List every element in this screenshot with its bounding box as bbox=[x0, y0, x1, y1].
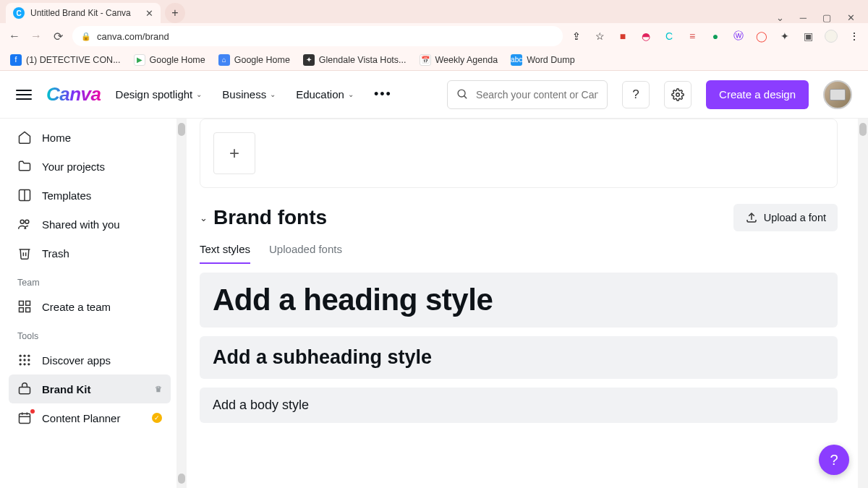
tab-uploaded-fonts[interactable]: Uploaded fonts bbox=[269, 243, 342, 264]
ext-icon-5[interactable]: ● bbox=[709, 30, 722, 43]
sidebar-item-discover-apps[interactable]: Discover apps bbox=[9, 346, 171, 374]
sidebar-item-content-planner[interactable]: Content Planner ✓ bbox=[9, 403, 171, 432]
chevron-down-icon: ⌄ bbox=[270, 90, 276, 98]
svg-point-2 bbox=[676, 93, 680, 96]
svg-rect-10 bbox=[26, 308, 30, 312]
address-bar[interactable]: 🔒 canva.com/brand bbox=[72, 26, 563, 46]
calendar-icon bbox=[17, 411, 32, 425]
style-heading[interactable]: Add a heading style bbox=[200, 273, 838, 328]
ext-icon-6[interactable]: ⓦ bbox=[732, 30, 745, 43]
sidebar-item-templates[interactable]: Templates bbox=[9, 181, 171, 210]
ext-icon-1[interactable]: ■ bbox=[616, 30, 629, 43]
bookmark-google-home-1[interactable]: ▶Google Home bbox=[134, 54, 205, 66]
reload-button[interactable]: ⟳ bbox=[51, 30, 65, 43]
bookmarks-bar: f(1) DETECTIVE CON... ▶Google Home ⌂Goog… bbox=[0, 49, 868, 71]
svg-rect-21 bbox=[20, 414, 30, 423]
sidebar: Home Your projects Templates Shared with… bbox=[0, 119, 176, 488]
tab-title: Untitled Brand Kit - Canva bbox=[30, 8, 140, 18]
forward-button[interactable]: → bbox=[29, 30, 43, 43]
brand-fonts-toggle[interactable]: ⌄ Brand fonts bbox=[200, 206, 327, 229]
svg-rect-20 bbox=[20, 388, 30, 394]
back-button[interactable]: ← bbox=[7, 30, 22, 43]
help-fab[interactable]: ? bbox=[819, 445, 849, 475]
menu-design-spotlight[interactable]: Design spotlight⌄ bbox=[116, 87, 203, 102]
svg-point-18 bbox=[23, 363, 25, 365]
ext-icon-3[interactable]: C bbox=[663, 30, 676, 43]
menu-education[interactable]: Education⌄ bbox=[296, 87, 354, 102]
extensions-icon[interactable]: ✦ bbox=[778, 30, 791, 43]
svg-point-19 bbox=[27, 363, 30, 365]
chevron-down-icon: ⌄ bbox=[348, 90, 354, 98]
canva-app: Canva Design spotlight⌄ Business⌄ Educat… bbox=[0, 71, 868, 488]
profile-icon[interactable] bbox=[825, 30, 838, 43]
main-scrollbar[interactable] bbox=[858, 119, 868, 488]
ext-icon-7[interactable]: ◯ bbox=[755, 30, 768, 43]
lock-icon: 🔒 bbox=[81, 32, 91, 41]
create-team-icon bbox=[17, 299, 32, 314]
svg-rect-9 bbox=[20, 308, 24, 312]
header-menus: Design spotlight⌄ Business⌄ Education⌄ •… bbox=[116, 87, 392, 102]
chevron-down-icon: ⌄ bbox=[196, 90, 202, 98]
section-title: Brand fonts bbox=[213, 206, 327, 229]
panel-icon[interactable]: ▣ bbox=[801, 30, 814, 43]
main-content: + ⌄ Brand fonts Upload a font Text style… bbox=[187, 119, 858, 488]
close-tab-icon[interactable]: ✕ bbox=[145, 8, 153, 19]
more-menu[interactable]: ••• bbox=[374, 87, 392, 102]
svg-point-11 bbox=[20, 355, 22, 357]
svg-point-15 bbox=[23, 359, 25, 361]
svg-point-14 bbox=[20, 359, 22, 361]
user-avatar[interactable] bbox=[823, 80, 852, 109]
people-icon bbox=[17, 217, 32, 231]
chevron-down-icon: ⌄ bbox=[200, 213, 208, 223]
home-icon bbox=[17, 130, 32, 145]
apps-icon bbox=[17, 353, 32, 367]
close-window-icon[interactable]: ✕ bbox=[847, 12, 855, 23]
ext-icon-4[interactable]: ≡ bbox=[686, 30, 699, 43]
svg-point-12 bbox=[23, 355, 25, 357]
canva-favicon: C bbox=[13, 7, 25, 19]
style-subheading[interactable]: Add a subheading style bbox=[200, 336, 838, 379]
help-button[interactable]: ? bbox=[622, 81, 650, 108]
tab-text-styles[interactable]: Text styles bbox=[200, 243, 250, 264]
sidebar-item-trash[interactable]: Trash bbox=[9, 239, 171, 267]
bookmark-glendale[interactable]: ✦Glendale Vista Hots... bbox=[303, 54, 407, 66]
search-box[interactable] bbox=[447, 80, 608, 109]
sidebar-header-team: Team bbox=[9, 267, 171, 292]
menu-business[interactable]: Business⌄ bbox=[222, 87, 276, 102]
sidebar-scrollbar[interactable] bbox=[176, 119, 187, 488]
sidebar-item-brand-kit[interactable]: Brand Kit ♛ bbox=[9, 374, 171, 403]
browser-tab[interactable]: C Untitled Brand Kit - Canva ✕ bbox=[6, 3, 161, 23]
svg-rect-8 bbox=[26, 301, 30, 306]
bookmark-detective[interactable]: f(1) DETECTIVE CON... bbox=[10, 54, 121, 66]
sidebar-item-shared[interactable]: Shared with you bbox=[9, 210, 171, 239]
style-body[interactable]: Add a body style bbox=[200, 388, 838, 423]
share-icon[interactable]: ⇪ bbox=[570, 30, 583, 43]
star-icon[interactable]: ☆ bbox=[593, 30, 606, 43]
badge-icon: ✓ bbox=[152, 413, 162, 423]
chevron-down-icon[interactable]: ⌄ bbox=[776, 12, 784, 23]
sidebar-item-home[interactable]: Home bbox=[9, 123, 171, 152]
new-tab-button[interactable]: + bbox=[165, 3, 185, 23]
maximize-icon[interactable]: ▢ bbox=[822, 12, 831, 23]
ext-icon-2[interactable]: ◓ bbox=[639, 30, 652, 43]
add-asset-button[interactable]: + bbox=[213, 132, 255, 174]
search-icon bbox=[456, 88, 469, 100]
hamburger-menu[interactable] bbox=[16, 90, 32, 100]
bookmark-word-dump[interactable]: abcWord Dump bbox=[511, 54, 574, 66]
upload-font-button[interactable]: Upload a font bbox=[733, 204, 838, 231]
search-input[interactable] bbox=[476, 89, 598, 100]
bookmark-google-home-2[interactable]: ⌂Google Home bbox=[218, 54, 290, 66]
svg-point-0 bbox=[458, 90, 465, 97]
create-design-button[interactable]: Create a design bbox=[706, 80, 809, 109]
font-tabs: Text styles Uploaded fonts bbox=[187, 236, 858, 264]
window-controls: ⌄ ─ ▢ ✕ bbox=[776, 12, 868, 23]
trash-icon bbox=[17, 246, 32, 260]
bookmark-weekly-agenda[interactable]: 📅Weekly Agenda bbox=[420, 54, 498, 66]
sidebar-item-create-team[interactable]: Create a team bbox=[9, 292, 171, 321]
canva-logo[interactable]: Canva bbox=[46, 83, 101, 106]
settings-button[interactable] bbox=[664, 81, 692, 108]
sidebar-item-projects[interactable]: Your projects bbox=[9, 152, 171, 181]
kebab-menu-icon[interactable]: ⋮ bbox=[848, 30, 861, 43]
svg-point-17 bbox=[20, 363, 22, 365]
minimize-icon[interactable]: ─ bbox=[800, 12, 807, 23]
